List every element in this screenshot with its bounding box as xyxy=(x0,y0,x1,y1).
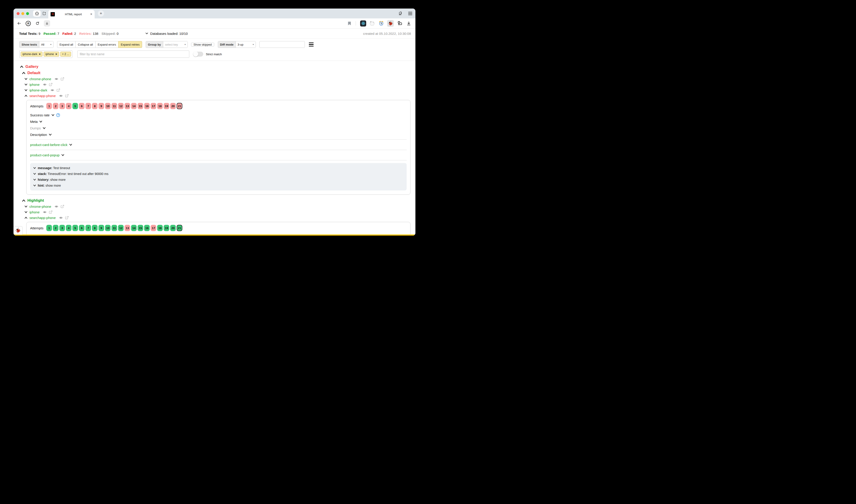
attempt-pill-1[interactable]: 1 xyxy=(46,103,52,109)
download-button[interactable] xyxy=(406,20,412,26)
view-eye-icon[interactable] xyxy=(54,77,58,80)
attempt-pill-14[interactable]: 14 xyxy=(131,225,137,231)
share-icon[interactable] xyxy=(65,94,69,97)
attempt-pill-4[interactable]: 4 xyxy=(66,103,71,109)
browser-row-searchapp-phone[interactable]: searchapp-phone xyxy=(14,215,415,220)
meta-row[interactable]: Meta xyxy=(30,119,407,125)
share-icon[interactable] xyxy=(60,77,64,80)
suite-highlight[interactable]: Highlight xyxy=(14,197,415,204)
error-message-row[interactable]: message: Test timeout xyxy=(33,165,403,171)
view-eye-icon[interactable] xyxy=(59,94,63,97)
browser-row-chrome-phone[interactable]: chrome-phone xyxy=(14,204,415,209)
tab-close-icon[interactable]: ✕ xyxy=(90,13,92,16)
state-product-card-before-click[interactable]: product-card-before-click xyxy=(30,140,407,150)
suite-gallery[interactable]: Gallery xyxy=(14,64,415,70)
refresh-button[interactable] xyxy=(34,20,41,26)
show-skipped-button[interactable]: Show skipped xyxy=(191,43,214,47)
yandex-button[interactable]: Я xyxy=(25,21,31,26)
share-icon[interactable] xyxy=(49,211,53,214)
attempt-pill-21[interactable]: 21 xyxy=(177,103,182,109)
error-hint-row[interactable]: hint: show more xyxy=(33,183,403,188)
attempt-pill-7[interactable]: 7 xyxy=(85,225,91,231)
attempt-pill-13[interactable]: 13 xyxy=(124,103,130,109)
attempt-pill-20[interactable]: 20 xyxy=(170,225,176,231)
browser-row-searchapp-phone[interactable]: searchapp-phone xyxy=(14,93,415,98)
show-tests-select[interactable]: All▾ xyxy=(39,41,53,48)
attempt-pill-5[interactable]: 5 xyxy=(72,103,78,109)
attempt-pill-11[interactable]: 11 xyxy=(111,103,117,109)
description-row[interactable]: Description xyxy=(30,131,407,138)
report-menu-icon[interactable] xyxy=(309,42,314,47)
bookmarks-panel-icon[interactable] xyxy=(398,11,403,16)
browser-row-iphone[interactable]: iphone xyxy=(14,82,415,87)
browser-row-chrome-phone[interactable]: chrome-phone xyxy=(14,76,415,82)
attempt-pill-3[interactable]: 3 xyxy=(59,225,65,231)
tabbar-menu-icon[interactable] xyxy=(408,12,412,15)
collapse-all-button[interactable]: Collapse all xyxy=(75,41,95,48)
share-icon[interactable] xyxy=(49,83,53,86)
strict-match-toggle[interactable] xyxy=(193,52,203,57)
filter-chip-more[interactable]: + 2 ... xyxy=(60,52,71,57)
view-eye-icon[interactable] xyxy=(50,89,54,92)
bookmark-icon[interactable] xyxy=(348,21,351,25)
search-input[interactable] xyxy=(259,41,305,48)
site-security-button[interactable] xyxy=(44,20,50,26)
expand-retries-button[interactable]: Expand retries xyxy=(118,41,142,48)
databases-loaded[interactable]: Databases loaded: 10/10 xyxy=(145,32,188,35)
state-product-card-popup[interactable]: product-card-popup xyxy=(30,150,407,160)
browser-filter-chips[interactable]: iphone-dark✕ iphone✕ + 2 ... xyxy=(19,50,72,58)
filter-by-test-name-input[interactable] xyxy=(77,51,189,58)
filter-chip[interactable]: iphone✕ xyxy=(43,52,59,57)
error-history-row[interactable]: history: show more xyxy=(33,177,403,183)
attempt-pill-9[interactable]: 9 xyxy=(99,225,104,231)
browser-row-iphone[interactable]: iphone xyxy=(14,209,415,215)
react-devtools-extension-icon[interactable] xyxy=(360,20,366,26)
attempt-pill-9[interactable]: 9 xyxy=(99,103,104,109)
attempt-pill-12[interactable]: 12 xyxy=(118,225,124,231)
zoom-window-button[interactable] xyxy=(26,12,29,15)
attempt-pill-10[interactable]: 10 xyxy=(105,103,110,109)
view-eye-icon[interactable] xyxy=(43,211,47,214)
attempt-pill-10[interactable]: 10 xyxy=(105,225,110,231)
attempt-pill-13[interactable]: 13 xyxy=(124,225,130,231)
back-button[interactable] xyxy=(16,20,22,26)
attempt-pill-11[interactable]: 11 xyxy=(111,225,117,231)
attempt-pill-12[interactable]: 12 xyxy=(118,103,124,109)
attempt-pill-20[interactable]: 20 xyxy=(170,103,176,109)
error-stack-row[interactable]: stack: TimeoutError: test timed out afte… xyxy=(33,171,403,177)
attempt-pill-16[interactable]: 16 xyxy=(144,103,150,109)
orbit-extension-icon[interactable] xyxy=(369,20,375,26)
view-eye-icon[interactable] xyxy=(59,216,63,219)
attempt-pill-14[interactable]: 14 xyxy=(131,103,137,109)
browser-row-iphone-dark[interactable]: iphone-dark xyxy=(14,87,415,93)
attempt-pill-19[interactable]: 19 xyxy=(164,225,169,231)
expand-errors-button[interactable]: Expand errors xyxy=(95,41,119,48)
remove-chip-icon[interactable]: ✕ xyxy=(39,53,41,56)
alarm-extension-icon[interactable] xyxy=(378,20,384,26)
attempt-pill-3[interactable]: 3 xyxy=(59,103,65,109)
attempt-pill-7[interactable]: 7 xyxy=(85,103,91,109)
bug-extension-icon[interactable] xyxy=(387,20,394,27)
attempt-pill-8[interactable]: 8 xyxy=(92,225,98,231)
attempt-pill-21[interactable]: 21 xyxy=(177,225,182,231)
attempt-pill-2[interactable]: 2 xyxy=(53,225,58,231)
attempt-pill-16[interactable]: 16 xyxy=(144,225,150,231)
dumps-row[interactable]: Dumps xyxy=(30,125,407,131)
view-eye-icon[interactable] xyxy=(54,205,58,208)
attempt-pill-19[interactable]: 19 xyxy=(164,103,169,109)
attempt-pill-18[interactable]: 18 xyxy=(157,103,163,109)
remove-chip-icon[interactable]: ✕ xyxy=(55,53,57,56)
attempt-pill-15[interactable]: 15 xyxy=(138,103,143,109)
diff-mode-select[interactable]: 3-up▾ xyxy=(236,41,256,48)
share-icon[interactable] xyxy=(60,205,64,208)
share-icon[interactable] xyxy=(65,216,69,219)
suite-default[interactable]: Default xyxy=(14,70,415,76)
attempt-pill-4[interactable]: 4 xyxy=(66,225,71,231)
attempt-pill-17[interactable]: 17 xyxy=(151,225,156,231)
attempt-pill-5[interactable]: 5 xyxy=(72,225,78,231)
attempt-pill-8[interactable]: 8 xyxy=(92,103,98,109)
browser-tab[interactable]: H HTML report ✕ xyxy=(48,10,94,18)
bug-overlay-button[interactable] xyxy=(14,226,22,235)
attempt-pill-18[interactable]: 18 xyxy=(157,225,163,231)
new-window-button[interactable] xyxy=(41,10,48,17)
